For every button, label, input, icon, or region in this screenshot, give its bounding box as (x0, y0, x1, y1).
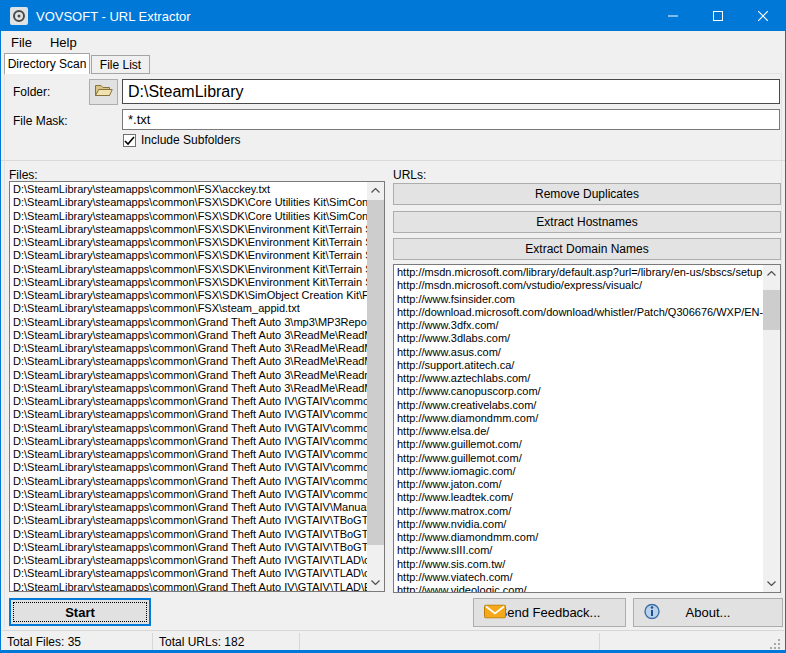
urls-scroll-thumb[interactable] (763, 290, 780, 330)
list-item[interactable]: http://www.guillemot.com/ (394, 452, 763, 465)
list-item[interactable]: D:\SteamLibrary\steamapps\common\Grand T… (10, 329, 367, 342)
menu-bar: File Help (2, 31, 784, 54)
menu-file[interactable]: File (2, 31, 41, 54)
close-icon[interactable] (740, 1, 785, 31)
about-button[interactable]: About... (633, 598, 783, 627)
list-item[interactable]: D:\SteamLibrary\steamapps\common\Grand T… (10, 408, 367, 421)
list-item[interactable]: D:\SteamLibrary\steamapps\common\Grand T… (10, 488, 367, 501)
list-item[interactable]: http://msdn.microsoft.com/vstudio/expres… (394, 279, 763, 292)
list-item[interactable]: D:\SteamLibrary\steamapps\common\Grand T… (10, 461, 367, 474)
list-item[interactable]: http://www.nvidia.com/ (394, 518, 763, 531)
list-item[interactable]: D:\SteamLibrary\steamapps\common\Grand T… (10, 514, 367, 527)
list-item[interactable]: D:\SteamLibrary\steamapps\common\Grand T… (10, 475, 367, 488)
list-item[interactable]: D:\SteamLibrary\steamapps\common\Grand T… (10, 567, 367, 580)
files-list-content: D:\SteamLibrary\steamapps\common\FSX\acc… (10, 183, 367, 591)
include-subfolders-label: Include Subfolders (141, 133, 240, 147)
list-item[interactable]: D:\SteamLibrary\steamapps\common\Grand T… (10, 355, 367, 368)
tab-directory-scan[interactable]: Directory Scan (4, 53, 90, 74)
list-item[interactable]: http://www.iomagic.com/ (394, 465, 763, 478)
app-icon (10, 7, 28, 25)
files-listbox[interactable]: D:\SteamLibrary\steamapps\common\FSX\acc… (9, 181, 385, 592)
list-item[interactable]: D:\SteamLibrary\steamapps\common\FSX\SDK… (10, 249, 367, 262)
list-item[interactable]: http://www.diamondmm.com/ (394, 412, 763, 425)
list-item[interactable]: http://www.canopuscorp.com/ (394, 385, 763, 398)
scroll-down-icon[interactable] (763, 575, 780, 592)
urls-scrollbar[interactable] (763, 265, 780, 592)
scroll-down-icon[interactable] (367, 574, 384, 591)
files-scroll-thumb[interactable] (367, 200, 384, 545)
list-item[interactable]: D:\SteamLibrary\steamapps\common\Grand T… (10, 435, 367, 448)
list-item[interactable]: http://download.microsoft.com/download/w… (394, 306, 763, 319)
list-item[interactable]: D:\SteamLibrary\steamapps\common\FSX\SDK… (10, 223, 367, 236)
list-item[interactable]: http://www.aztechlabs.com/ (394, 372, 763, 385)
scroll-up-icon[interactable] (367, 182, 384, 199)
extract-hostnames-button[interactable]: Extract Hostnames (393, 211, 781, 233)
list-item[interactable]: http://www.viatech.com/ (394, 571, 763, 584)
list-item[interactable]: http://www.diamondmm.com/ (394, 531, 763, 544)
list-item[interactable]: http://www.3dlabs.com/ (394, 332, 763, 345)
tab-page-border-right (781, 74, 782, 628)
list-item[interactable]: http://www.elsa.de/ (394, 425, 763, 438)
browse-folder-button[interactable] (89, 79, 118, 105)
send-feedback-button[interactable]: Send Feedback... (473, 598, 626, 627)
extract-domain-names-button[interactable]: Extract Domain Names (393, 238, 781, 260)
list-item[interactable]: http://support.atitech.ca/ (394, 359, 763, 372)
file-mask-input[interactable] (122, 109, 780, 130)
list-item[interactable]: http://www.fsinsider.com (394, 293, 763, 306)
status-total-urls: Total URLs: 182 (159, 635, 244, 649)
list-item[interactable]: D:\SteamLibrary\steamapps\common\FSX\SDK… (10, 236, 367, 249)
list-item[interactable]: http://www.asus.com/ (394, 346, 763, 359)
folder-input[interactable] (122, 79, 780, 104)
list-item[interactable]: D:\SteamLibrary\steamapps\common\FSX\SDK… (10, 196, 367, 209)
list-item[interactable]: http://www.creativelabs.com/ (394, 399, 763, 412)
list-item[interactable]: http://msdn.microsoft.com/library/defaul… (394, 266, 763, 279)
list-item[interactable]: D:\SteamLibrary\steamapps\common\Grand T… (10, 382, 367, 395)
scroll-up-icon[interactable] (763, 265, 780, 282)
urls-list-content: http://msdn.microsoft.com/library/defaul… (394, 266, 763, 592)
list-item[interactable]: http://www.sIII.com/ (394, 544, 763, 557)
about-label: About... (686, 605, 731, 620)
list-item[interactable]: D:\SteamLibrary\steamapps\common\FSX\ste… (10, 302, 367, 315)
remove-duplicates-button[interactable]: Remove Duplicates (393, 183, 781, 205)
menu-help[interactable]: Help (41, 31, 86, 54)
include-subfolders-checkbox[interactable] (123, 134, 136, 147)
list-item[interactable]: http://www.matrox.com/ (394, 505, 763, 518)
urls-label: URLs: (393, 168, 426, 182)
start-button[interactable]: Start (9, 598, 151, 626)
folder-open-icon (94, 83, 113, 102)
list-item[interactable]: D:\SteamLibrary\steamapps\common\Grand T… (10, 528, 367, 541)
list-item[interactable]: http://www.guillemot.com/ (394, 438, 763, 451)
tab-file-list[interactable]: File List (91, 55, 150, 74)
list-item[interactable]: http://www.jaton.com/ (394, 478, 763, 491)
window-bottom-border (1, 650, 785, 652)
window-controls (650, 1, 785, 31)
minimize-icon[interactable] (650, 1, 695, 31)
urls-listbox[interactable]: http://msdn.microsoft.com/library/defaul… (393, 264, 781, 593)
list-item[interactable]: D:\SteamLibrary\steamapps\common\Grand T… (10, 316, 367, 329)
list-item[interactable]: D:\SteamLibrary\steamapps\common\FSX\SDK… (10, 210, 367, 223)
list-item[interactable]: D:\SteamLibrary\steamapps\common\FSX\SDK… (10, 276, 367, 289)
resize-grip[interactable] (778, 647, 780, 649)
list-item[interactable]: D:\SteamLibrary\steamapps\common\Grand T… (10, 554, 367, 567)
files-scrollbar[interactable] (367, 182, 384, 591)
list-item[interactable]: http://www.leadtek.com/ (394, 491, 763, 504)
list-item[interactable]: http://www.3dfx.com/ (394, 319, 763, 332)
list-item[interactable]: D:\SteamLibrary\steamapps\common\Grand T… (10, 501, 367, 514)
list-item[interactable]: D:\SteamLibrary\steamapps\common\Grand T… (10, 541, 367, 554)
list-item[interactable]: D:\SteamLibrary\steamapps\common\FSX\acc… (10, 183, 367, 196)
files-label: Files: (9, 168, 38, 182)
list-item[interactable]: D:\SteamLibrary\steamapps\common\Grand T… (10, 369, 367, 382)
section-divider (1, 160, 785, 161)
list-item[interactable]: D:\SteamLibrary\steamapps\common\Grand T… (10, 422, 367, 435)
list-item[interactable]: D:\SteamLibrary\steamapps\common\FSX\SDK… (10, 289, 367, 302)
list-item[interactable]: D:\SteamLibrary\steamapps\common\Grand T… (10, 395, 367, 408)
list-item[interactable]: http://www.sis.com.tw/ (394, 558, 763, 571)
folder-label: Folder: (13, 85, 50, 99)
maximize-icon[interactable] (695, 1, 740, 31)
list-item[interactable]: D:\SteamLibrary\steamapps\common\Grand T… (10, 448, 367, 461)
list-item[interactable]: D:\SteamLibrary\steamapps\common\FSX\SDK… (10, 263, 367, 276)
list-item[interactable]: D:\SteamLibrary\steamapps\common\Grand T… (10, 581, 367, 592)
list-item[interactable]: D:\SteamLibrary\steamapps\common\Grand T… (10, 342, 367, 355)
list-item[interactable]: http://www.videologic.com/ (394, 584, 763, 592)
tab-page-border-left (4, 74, 5, 628)
